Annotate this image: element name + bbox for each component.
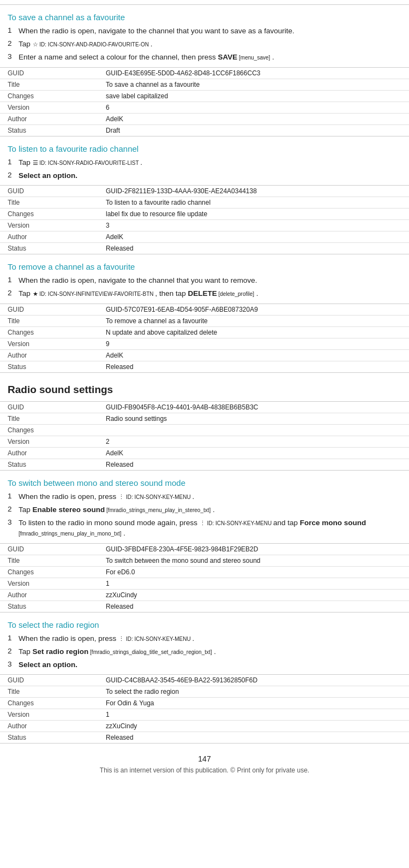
section-heading-radio-region: To select the radio region (8, 620, 401, 629)
table-cell-value: zzXuCindy (98, 721, 409, 732)
info-table-mono-stereo: GUIDGUID-3FBD4FE8-230A-4F5E-9823-984B1F2… (0, 543, 409, 613)
step-text: Tap Enable stereo sound [fmradio_strings… (19, 505, 401, 515)
table-row: TitleTo remove a channel as a favourite (0, 316, 409, 327)
table-cell-value: Released (98, 459, 409, 471)
table-cell-label: Author (0, 231, 98, 243)
section-heading-radio-sound-settings: Radio sound settings (8, 384, 401, 396)
step-number: 2 (8, 171, 19, 181)
table-cell-value: AdelK (98, 113, 409, 124)
step-text: Select an option. (19, 660, 401, 670)
step-item: 1When the radio is open, navigate to the… (8, 26, 401, 37)
table-row: StatusReleased (0, 361, 409, 373)
table-cell-value: GUID-E43E695E-5D0D-4A62-8D48-1CC6F1866CC… (98, 67, 409, 79)
table-cell-label: Changes (0, 566, 98, 578)
step-small-label: ID: ICN-SONY-RADIO-FAVOURITE-LIST (38, 160, 141, 166)
table-cell-label: Version (0, 436, 98, 448)
step-small-label: [menu_save] (237, 55, 270, 61)
step-item: 1When the radio is open, press ⋮ ID: ICN… (8, 492, 401, 502)
step-icon: ⋮ (118, 494, 124, 500)
table-cell-value: GUID-57C07E91-6EAB-4D54-905F-A6BE087320A… (98, 304, 409, 316)
step-text: To listen to the radio in mono sound mod… (19, 518, 401, 539)
table-row: GUIDGUID-C4C8BAA2-3545-46E9-BA22-5913628… (0, 675, 409, 686)
table-cell-value: Released (98, 732, 409, 744)
table-row: Changes (0, 425, 409, 436)
table-row: AuthorzzXuCindy (0, 589, 409, 601)
table-cell-value: GUID-FB9045F8-AC19-4401-9A4B-4838EB6B5B3… (98, 402, 409, 413)
table-cell-label: Status (0, 361, 98, 373)
table-cell-value: Released (98, 243, 409, 254)
step-number: 2 (8, 505, 19, 515)
table-cell-value: To remove a channel as a favourite (98, 316, 409, 327)
table-cell-value: GUID-2F8211E9-133D-4AAA-930E-AE24A034413… (98, 186, 409, 197)
table-cell-label: Version (0, 709, 98, 721)
table-row: ChangesN update and above capitalized de… (0, 327, 409, 338)
info-table-listen-favourite: GUIDGUID-2F8211E9-133D-4AAA-930E-AE24A03… (0, 185, 409, 254)
section-heading-listen-favourite: To listen to a favourite radio channel (8, 144, 401, 153)
table-cell-value: Radio sound settings (98, 413, 409, 425)
step-text: Tap ☰ ID: ICN-SONY-RADIO-FAVOURITE-LIST … (19, 158, 401, 168)
table-cell-value: Released (98, 601, 409, 612)
step-text: When the radio is open, navigate to the … (19, 26, 401, 37)
table-cell-label: Title (0, 555, 98, 566)
table-cell-label: Changes (0, 327, 98, 338)
page-number: 147 (0, 754, 409, 763)
step-small-label: [delete_profile] (217, 291, 254, 297)
step-small-label: [fmradio_strings_menu_play_in_stereo_txt… (105, 507, 210, 513)
table-cell-label: Author (0, 589, 98, 601)
table-cell-value: N update and above capitalized delete (98, 327, 409, 338)
table-row: Changessave label capitalized (0, 90, 409, 102)
table-cell-value: label fix due to resource file update (98, 209, 409, 220)
table-cell-value: 2 (98, 436, 409, 448)
page-footer: 147 This is an internet version of this … (0, 754, 409, 783)
table-row: GUIDGUID-FB9045F8-AC19-4401-9A4B-4838EB6… (0, 402, 409, 413)
steps-list-listen-favourite: 1Tap ☰ ID: ICN-SONY-RADIO-FAVOURITE-LIST… (8, 158, 401, 181)
table-cell-label: Status (0, 459, 98, 471)
step-strong: Select an option. (19, 661, 77, 669)
step-strong: Select an option. (19, 171, 77, 180)
step-text: Tap ☆ ID: ICN-SONY-AND-RADIO-FAVOURITE-O… (19, 39, 401, 50)
table-cell-value: 1 (98, 709, 409, 721)
table-cell-label: Status (0, 243, 98, 254)
info-table-remove-channel: GUIDGUID-57C07E91-6EAB-4D54-905F-A6BE087… (0, 304, 409, 373)
table-row: TitleRadio sound settings (0, 413, 409, 425)
footer-note: This is an internet version of this publ… (0, 766, 409, 774)
table-cell-label: Author (0, 721, 98, 732)
info-table-save-channel: GUIDGUID-E43E695E-5D0D-4A62-8D48-1CC6F18… (0, 67, 409, 136)
step-small-label: ID: ICN-SONY-AND-RADIO-FAVOURITE-ON (38, 41, 151, 47)
table-cell-value: For eD6.0 (98, 566, 409, 578)
step-small-label: ID: ICN-SONY-KEY-MENU (206, 520, 273, 526)
table-cell-label: Changes (0, 209, 98, 220)
info-table-radio-region: GUIDGUID-C4C8BAA2-3545-46E9-BA22-5913628… (0, 674, 409, 744)
top-status-bar (0, 0, 409, 5)
table-row: Version6 (0, 102, 409, 113)
table-row: AuthorzzXuCindy (0, 721, 409, 732)
table-row: TitleTo listen to a favourite radio chan… (0, 197, 409, 209)
table-cell-value: To save a channel as a favourite (98, 79, 409, 90)
table-cell-value: For Odin & Yuga (98, 698, 409, 709)
section-heading-save-channel: To save a channel as a favourite (8, 13, 401, 22)
table-row: GUIDGUID-3FBD4FE8-230A-4F5E-9823-984B1F2… (0, 543, 409, 555)
table-cell-label: Title (0, 413, 98, 425)
table-row: StatusDraft (0, 124, 409, 136)
step-number: 3 (8, 660, 19, 670)
table-cell-label: GUID (0, 304, 98, 316)
step-item: 3To listen to the radio in mono sound mo… (8, 518, 401, 539)
table-cell-value: Draft (98, 124, 409, 136)
table-row: TitleTo switch between the mono sound an… (0, 555, 409, 566)
table-cell-label: Title (0, 316, 98, 327)
table-cell-value: To select the radio region (98, 686, 409, 698)
step-text: Tap Set radio region [fmradio_strings_di… (19, 647, 401, 657)
step-icon: ★ (33, 290, 38, 297)
table-row: Changeslabel fix due to resource file up… (0, 209, 409, 220)
table-row: AuthorAdelK (0, 448, 409, 459)
step-number: 3 (8, 518, 19, 539)
table-row: StatusReleased (0, 732, 409, 744)
table-cell-value: save label capitalized (98, 90, 409, 102)
table-cell-label: Version (0, 338, 98, 350)
table-row: Version3 (0, 220, 409, 231)
step-text: Select an option. (19, 171, 401, 181)
table-cell-value (98, 425, 409, 436)
step-item: 2Tap ★ ID: ICN-SONY-INFINITEVIEW-FAVORIT… (8, 289, 401, 299)
table-cell-value: AdelK (98, 231, 409, 243)
table-row: GUIDGUID-57C07E91-6EAB-4D54-905F-A6BE087… (0, 304, 409, 316)
